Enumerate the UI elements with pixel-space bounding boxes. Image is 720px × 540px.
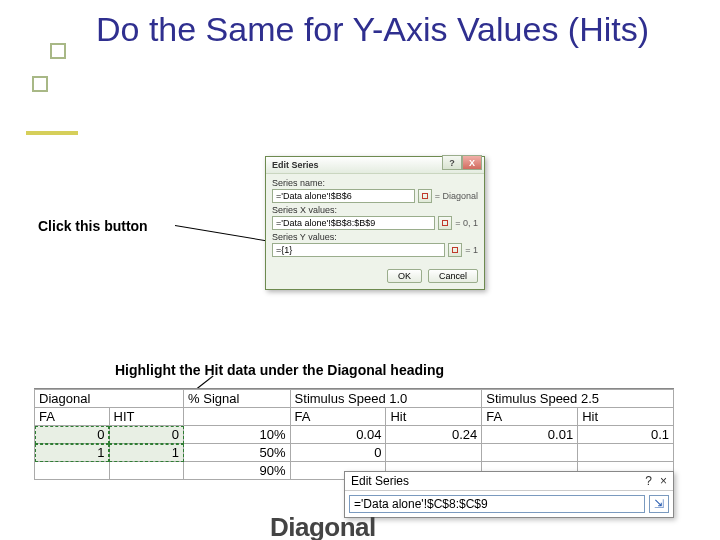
dialog-titlebar[interactable]: Edit Series ? X [266,157,484,174]
spreadsheet-snippet: Diagonal % Signal Stimulus Speed 1.0 Sti… [34,388,674,480]
ok-button[interactable]: OK [387,269,422,283]
cell-s25-hit[interactable] [578,444,674,462]
bullet-decor [50,43,66,59]
cell-signal[interactable]: 10% [184,426,291,444]
collapse-y-button[interactable] [448,243,462,257]
bullet-line-decor [26,131,78,135]
cell-s25-hit[interactable]: 0.1 [578,426,674,444]
cell-signal[interactable]: 90% [184,462,291,480]
data-row: 0 0 10% 0.04 0.24 0.01 0.1 [35,426,674,444]
close-button[interactable]: × [660,474,667,488]
edit-series-dialog: Edit Series ? X Series name: = Diagonal … [265,156,485,290]
slide-title: Do the Same for Y-Axis Values (Hits) [96,8,676,51]
col-diag-hit: HIT [109,408,184,426]
close-button[interactable]: X [462,155,482,170]
collapse-icon [442,220,448,226]
series-name-result: = Diagonal [435,191,478,201]
cell-s25-fa[interactable] [482,444,578,462]
series-x-result: = 0, 1 [455,218,478,228]
series-x-label: Series X values: [272,205,478,215]
bullet-decor [32,76,48,92]
collapse-icon [452,247,458,253]
cell-fa[interactable] [35,462,110,480]
series-name-label: Series name: [272,178,478,188]
range-reference-input[interactable] [349,495,645,513]
group-signal: % Signal [184,390,291,408]
dialog-title-text: Edit Series [272,160,319,170]
collapse-name-button[interactable] [418,189,432,203]
cutoff-heading: Diagonal [270,512,376,540]
cell-s10-hit[interactable]: 0.24 [386,426,482,444]
cell-hit[interactable]: 1 [109,444,184,462]
group-stim25: Stimulus Speed 2.5 [482,390,674,408]
col-s25-hit: Hit [578,408,674,426]
cell-s10-hit[interactable] [386,444,482,462]
col-diag-fa: FA [35,408,110,426]
series-name-input[interactable] [272,189,415,203]
col-signal [184,408,291,426]
column-header-row: FA HIT FA Hit FA Hit [35,408,674,426]
cell-s10-fa[interactable]: 0 [290,444,386,462]
cell-hit[interactable]: 0 [109,426,184,444]
cell-s10-fa[interactable]: 0.04 [290,426,386,444]
instruction-highlight-hit: Highlight the Hit data under the Diagona… [115,362,444,378]
cancel-button[interactable]: Cancel [428,269,478,283]
group-header-row: Diagonal % Signal Stimulus Speed 1.0 Sti… [35,390,674,408]
series-y-input[interactable] [272,243,445,257]
collapse-icon [422,193,428,199]
collapse-x-button[interactable] [438,216,452,230]
mini-dialog-titlebar[interactable]: Edit Series ? × [345,472,673,491]
edit-series-collapsed-dialog: Edit Series ? × ⇲ [344,471,674,518]
cell-hit[interactable] [109,462,184,480]
help-button[interactable]: ? [645,474,652,488]
mini-dialog-title: Edit Series [351,474,409,488]
cell-signal[interactable]: 50% [184,444,291,462]
series-y-label: Series Y values: [272,232,478,242]
group-stim10: Stimulus Speed 1.0 [290,390,482,408]
series-x-input[interactable] [272,216,435,230]
data-row: 1 1 50% 0 [35,444,674,462]
col-s10-fa: FA [290,408,386,426]
series-y-result: = 1 [465,245,478,255]
instruction-click-button: Click this button [38,218,148,234]
group-diagonal: Diagonal [35,390,184,408]
cell-s25-fa[interactable]: 0.01 [482,426,578,444]
cell-fa[interactable]: 0 [35,426,110,444]
col-s25-fa: FA [482,408,578,426]
help-button[interactable]: ? [442,155,462,170]
col-s10-hit: Hit [386,408,482,426]
expand-dialog-button[interactable]: ⇲ [649,495,669,513]
cell-fa[interactable]: 1 [35,444,110,462]
